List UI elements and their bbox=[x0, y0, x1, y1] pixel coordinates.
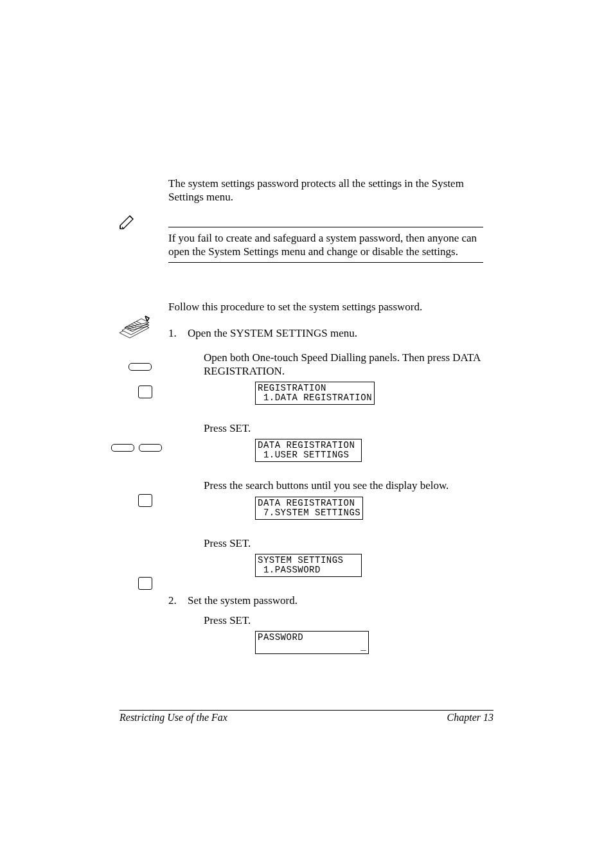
divider bbox=[168, 227, 483, 227]
button-square-icon bbox=[138, 494, 152, 509]
step-1-sub2: Press SET. DATA REGISTRATION 1.USER SETT… bbox=[188, 421, 483, 462]
note-icon bbox=[118, 213, 140, 233]
note-block: If you fail to create and safeguard a sy… bbox=[168, 227, 483, 263]
step-number: 2. bbox=[168, 594, 177, 607]
button-wide-icon bbox=[139, 443, 162, 454]
page: The system settings password protects al… bbox=[0, 0, 613, 868]
sub-text: Press the search buttons until you see t… bbox=[204, 479, 483, 492]
step-text: Open the SYSTEM SETTINGS menu. bbox=[188, 326, 483, 340]
button-square-icon bbox=[138, 577, 152, 592]
procedure-intro: Follow this procedure to set the system … bbox=[168, 300, 483, 314]
note-text: If you fail to create and safeguard a sy… bbox=[168, 231, 483, 259]
footer-rule bbox=[120, 710, 493, 711]
lcd-line: REGISTRATION bbox=[258, 384, 372, 393]
content-column: The system settings password protects al… bbox=[168, 177, 483, 654]
footer-left: Restricting Use of the Fax bbox=[120, 712, 227, 723]
sub-text: Press SET. bbox=[204, 614, 483, 627]
footer-right: Chapter 13 bbox=[447, 712, 493, 723]
sub-text: Press SET. bbox=[204, 421, 483, 435]
lcd-line: SYSTEM SETTINGS bbox=[258, 556, 359, 565]
lcd-line: PASSWORD bbox=[258, 633, 366, 642]
step-text: Set the system password. bbox=[188, 594, 483, 607]
step-2-sub1: Press SET. PASSWORD _ bbox=[188, 614, 483, 654]
lcd-display: DATA REGISTRATION 7.SYSTEM SETTINGS bbox=[255, 497, 363, 520]
step-1-sub4: Press SET. SYSTEM SETTINGS 1.PASSWORD bbox=[188, 536, 483, 577]
step-1-sub1: Open both One-touch Speed Dialling panel… bbox=[188, 351, 483, 405]
lcd-line: DATA REGISTRATION bbox=[258, 441, 359, 450]
lcd-line: 7.SYSTEM SETTINGS bbox=[258, 508, 360, 518]
sub-text: Press SET. bbox=[204, 536, 483, 550]
panel-icon bbox=[117, 314, 152, 339]
step-number: 1. bbox=[168, 326, 177, 340]
lcd-line: DATA REGISTRATION bbox=[258, 499, 360, 508]
button-wide-icon bbox=[129, 362, 152, 373]
divider bbox=[168, 262, 483, 263]
button-wide-icon bbox=[111, 443, 134, 454]
lcd-line: 1.PASSWORD bbox=[258, 565, 359, 575]
lcd-display: PASSWORD _ bbox=[255, 631, 369, 654]
lcd-line: 1.DATA REGISTRATION bbox=[258, 393, 372, 403]
sub-text: Open both One-touch Speed Dialling panel… bbox=[204, 351, 483, 378]
lcd-display: REGISTRATION 1.DATA REGISTRATION bbox=[255, 382, 375, 405]
lcd-line: _ bbox=[258, 642, 366, 652]
step-1-sub3: Press the search buttons until you see t… bbox=[188, 479, 483, 519]
lcd-display: SYSTEM SETTINGS 1.PASSWORD bbox=[255, 554, 362, 577]
button-square-icon bbox=[138, 385, 152, 401]
step-1: 1. Open the SYSTEM SETTINGS menu. bbox=[168, 326, 483, 340]
lcd-display: DATA REGISTRATION 1.USER SETTINGS bbox=[255, 439, 362, 462]
step-2: 2. Set the system password. bbox=[168, 594, 483, 607]
lcd-line: 1.USER SETTINGS bbox=[258, 450, 359, 460]
intro-paragraph: The system settings password protects al… bbox=[168, 177, 483, 204]
